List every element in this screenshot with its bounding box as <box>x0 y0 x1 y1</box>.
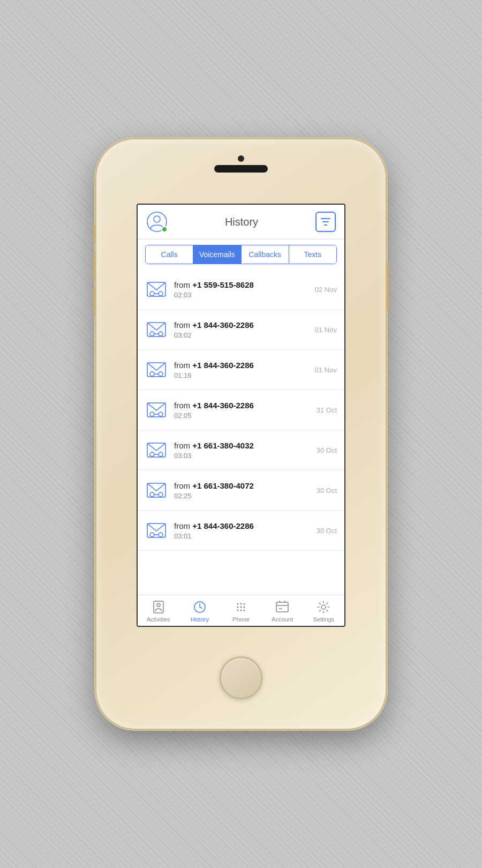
speaker-icon <box>214 165 268 173</box>
phone-bottom <box>220 627 262 729</box>
app-header: History <box>138 205 344 240</box>
vm-date: 30 Oct <box>317 446 337 454</box>
svg-point-15 <box>150 412 154 416</box>
svg-rect-42 <box>276 602 288 612</box>
svg-point-4 <box>159 291 163 296</box>
nav-item-settings[interactable]: Settings <box>303 600 344 623</box>
tab-calls[interactable]: Calls <box>146 245 193 264</box>
vm-info: from +1 661-380-4072 02:25 <box>174 481 317 500</box>
tab-texts[interactable]: Texts <box>289 245 336 264</box>
vm-number: from +1 661-380-4072 <box>174 481 317 490</box>
phone-screen: History Calls Voicemails Callbacks Texts <box>137 204 345 627</box>
mute-button[interactable] <box>93 225 96 243</box>
avatar <box>146 211 168 233</box>
nav-label-phone: Phone <box>232 616 250 623</box>
vm-number: from +1 844-360-2286 <box>174 521 317 530</box>
svg-point-8 <box>159 332 163 336</box>
svg-point-38 <box>244 607 245 608</box>
home-button[interactable] <box>220 656 262 699</box>
nav-item-phone[interactable]: Phone <box>220 600 261 623</box>
vm-date: 30 Oct <box>317 487 337 495</box>
nav-label-settings: Settings <box>313 616 335 623</box>
vm-date: 30 Oct <box>317 527 337 535</box>
svg-point-24 <box>159 492 163 497</box>
vm-duration: 03:03 <box>174 452 317 460</box>
svg-point-36 <box>237 607 239 608</box>
vm-number: from +1 844-360-2286 <box>174 361 315 370</box>
power-button[interactable] <box>386 263 389 311</box>
nav-label-history: History <box>191 616 209 623</box>
svg-point-47 <box>321 605 326 609</box>
svg-point-19 <box>150 452 154 457</box>
vm-duration: 02:25 <box>174 492 317 500</box>
vm-info: from +1 559-515-8628 02:03 <box>174 280 315 299</box>
nav-item-history[interactable]: History <box>179 600 220 623</box>
vm-date: 31 Oct <box>317 406 337 414</box>
svg-point-40 <box>240 610 242 611</box>
volume-up-button[interactable] <box>93 252 96 281</box>
vm-duration: 02:05 <box>174 411 317 420</box>
svg-point-33 <box>237 603 239 605</box>
vm-info: from +1 844-360-2286 03:01 <box>174 521 317 540</box>
list-item[interactable]: from +1 844-360-2286 02:05 31 Oct <box>138 390 344 430</box>
list-item[interactable]: from +1 844-360-2286 03:02 01 Nov <box>138 310 344 350</box>
svg-point-20 <box>159 452 163 457</box>
list-item[interactable]: from +1 661-380-4072 02:25 30 Oct <box>138 470 344 511</box>
svg-point-16 <box>159 412 163 416</box>
page-title: History <box>225 216 258 228</box>
tab-voicemails[interactable]: Voicemails <box>193 245 241 264</box>
vm-info: from +1 844-360-2286 03:02 <box>174 320 315 339</box>
vm-date: 01 Nov <box>315 326 337 334</box>
svg-point-37 <box>240 607 242 608</box>
svg-point-11 <box>150 372 154 376</box>
voicemail-list: from +1 559-515-8628 02:03 02 Nov from +… <box>138 270 344 595</box>
svg-point-1 <box>154 216 160 222</box>
svg-point-35 <box>244 603 245 605</box>
nav-label-account: Account <box>272 616 293 623</box>
vm-info: from +1 844-360-2286 02:05 <box>174 401 317 420</box>
phone-top <box>96 139 386 204</box>
vm-number: from +1 844-360-2286 <box>174 401 317 410</box>
svg-point-23 <box>150 492 154 497</box>
vm-info: from +1 661-380-4032 03:03 <box>174 441 317 460</box>
list-item[interactable]: from +1 844-360-2286 03:01 30 Oct <box>138 511 344 551</box>
svg-point-28 <box>159 533 163 537</box>
bottom-nav: Activities History <box>138 595 344 626</box>
vm-duration: 03:01 <box>174 532 317 540</box>
vm-duration: 01:16 <box>174 371 315 379</box>
svg-point-39 <box>237 610 239 611</box>
list-item[interactable]: from +1 661-380-4032 03:03 30 Oct <box>138 430 344 470</box>
svg-point-31 <box>157 603 160 607</box>
tab-callbacks[interactable]: Callbacks <box>242 245 289 264</box>
vm-duration: 03:02 <box>174 331 315 339</box>
vm-duration: 02:03 <box>174 291 315 299</box>
svg-point-27 <box>150 533 154 537</box>
vm-number: from +1 661-380-4032 <box>174 441 317 450</box>
svg-point-12 <box>159 372 163 376</box>
camera-icon <box>238 155 244 162</box>
volume-down-button[interactable] <box>93 287 96 316</box>
list-item[interactable]: from +1 844-360-2286 01:16 01 Nov <box>138 350 344 390</box>
online-status-dot <box>161 226 168 233</box>
svg-point-3 <box>150 291 154 296</box>
tabs-container: Calls Voicemails Callbacks Texts <box>145 245 337 264</box>
nav-item-account[interactable]: Account <box>262 600 303 623</box>
list-item[interactable]: from +1 559-515-8628 02:03 02 Nov <box>138 270 344 310</box>
svg-point-41 <box>244 610 245 611</box>
filter-button[interactable] <box>315 212 336 232</box>
vm-number: from +1 844-360-2286 <box>174 320 315 330</box>
vm-date: 02 Nov <box>315 286 337 294</box>
svg-point-34 <box>240 603 242 605</box>
vm-date: 01 Nov <box>315 366 337 374</box>
phone-device: History Calls Voicemails Callbacks Texts <box>96 139 386 729</box>
vm-number: from +1 559-515-8628 <box>174 280 315 289</box>
nav-label-activities: Activities <box>147 616 170 623</box>
svg-point-7 <box>150 332 154 336</box>
nav-item-activities[interactable]: Activities <box>138 600 179 623</box>
vm-info: from +1 844-360-2286 01:16 <box>174 361 315 379</box>
